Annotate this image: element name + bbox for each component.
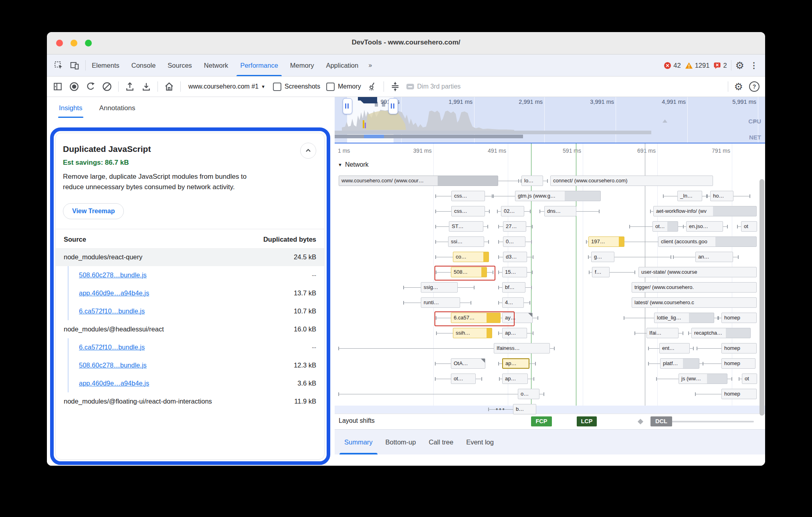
live-metrics-home-icon[interactable]	[164, 81, 174, 92]
save-profile-icon[interactable]	[141, 81, 151, 92]
network-request-bar[interactable]: 27…	[503, 221, 526, 232]
load-profile-icon[interactable]	[125, 81, 135, 92]
network-request-bar[interactable]: ap…	[502, 374, 528, 384]
record-icon[interactable]	[69, 81, 79, 92]
network-request-bar[interactable]: css…	[451, 206, 485, 216]
issues-badge[interactable]: 2	[713, 62, 727, 69]
network-request-bar[interactable]: homep	[721, 343, 757, 353]
network-request-bar[interactable]: 0…	[503, 236, 525, 247]
network-request-bar[interactable]: g…	[591, 252, 614, 262]
network-request-bar[interactable]: ST…	[449, 221, 483, 232]
tab-insights[interactable]: Insights	[59, 104, 83, 118]
network-request-bar[interactable]: dns…	[544, 206, 576, 216]
isolate-track-icon[interactable]	[390, 81, 400, 92]
network-request-bar[interactable]: homep	[721, 389, 757, 399]
network-request-bar[interactable]: recaptcha…	[691, 328, 751, 338]
network-request-bar[interactable]: ot…	[652, 221, 678, 232]
network-request-bar[interactable]: ot…	[451, 374, 476, 384]
table-row-script-link[interactable]: 6.ca572f10…bundle.js--	[68, 338, 317, 356]
network-request-bar[interactable]: aet-workflow-info/ (wv	[653, 206, 757, 216]
tab-annotations[interactable]: Annotations	[99, 104, 135, 118]
network-request-bar[interactable]: 02…	[501, 206, 524, 216]
history-select[interactable]: www.coursehero.com #1▼	[187, 83, 267, 90]
kebab-menu-icon[interactable]: ⋮	[748, 61, 759, 70]
lcp-marker-badge[interactable]: LCP	[577, 416, 597, 426]
network-request-bar[interactable]: client (accounts.goo	[658, 236, 757, 247]
network-request-bar[interactable]: connect/ (www.coursehero.com)	[550, 176, 713, 186]
dcl-marker-badge[interactable]: DCL	[650, 416, 672, 426]
settings-gear-icon[interactable]: ⚙	[735, 61, 744, 71]
table-row-script-link[interactable]: 6.ca572f10…bundle.js10.7 kB	[68, 302, 317, 320]
network-request-bar[interactable]: trigger/ (www.coursehero.	[632, 282, 757, 293]
network-request-bar[interactable]: _In…	[677, 191, 702, 201]
console-warnings-badge[interactable]: 1291	[685, 62, 710, 69]
overview-right-handle-icon[interactable]	[388, 98, 398, 114]
overview-left-handle-icon[interactable]	[343, 98, 352, 114]
table-row-script-link[interactable]: app.460d9e…a94b4e.js13.7 kB	[68, 284, 317, 302]
tab-performance[interactable]: Performance	[234, 55, 284, 76]
network-request-bar[interactable]: ssih…	[453, 328, 492, 338]
tab-elements[interactable]: Elements	[86, 55, 125, 76]
network-request-bar[interactable]: lo…	[521, 176, 543, 186]
record-and-reload-icon[interactable]	[85, 81, 96, 92]
memory-checkbox[interactable]: Memory	[326, 83, 361, 91]
view-treemap-button[interactable]: View Treemap	[63, 203, 124, 219]
network-request-bar[interactable]: homep	[721, 313, 757, 323]
collect-garbage-icon[interactable]	[367, 81, 378, 92]
network-request-bar[interactable]: www.coursehero.com/ (www.cour…	[339, 176, 498, 186]
network-request-bar[interactable]: ot	[742, 374, 757, 384]
network-request-bar[interactable]: 4…	[502, 297, 524, 308]
inspect-element-icon[interactable]	[53, 60, 64, 71]
network-request-bar[interactable]: js (ww…	[679, 374, 727, 384]
vertical-scrollbar[interactable]	[759, 179, 764, 416]
network-request-bar[interactable]: o…	[518, 389, 539, 399]
tab-console[interactable]: Console	[125, 55, 162, 76]
network-request-bar[interactable]: ssi…	[448, 236, 484, 247]
more-tabs-icon[interactable]: ››	[364, 55, 375, 76]
network-request-bar[interactable]: 15…	[502, 267, 527, 277]
network-request-bar[interactable]: latest/ (www.coursehero.c	[632, 297, 757, 308]
device-toolbar-icon[interactable]	[69, 60, 80, 71]
toggle-sidebar-icon[interactable]	[53, 81, 63, 92]
row-label[interactable]: 508.60c278…bundle.js	[79, 361, 147, 369]
network-request-bar[interactable]: an…	[695, 252, 733, 262]
network-request-bar[interactable]: runti…	[421, 297, 460, 308]
row-label[interactable]: app.460d9e…a94b4e.js	[79, 289, 149, 297]
tab-application[interactable]: Application	[320, 55, 364, 76]
clear-icon[interactable]	[102, 81, 112, 92]
network-request-bar[interactable]: 197…	[588, 236, 624, 247]
network-request-bar[interactable]: gtm.js (www.g…	[515, 191, 601, 201]
capture-settings-gear-icon[interactable]: ⚙	[734, 82, 743, 92]
help-icon[interactable]: ?	[749, 81, 759, 92]
network-request-bar[interactable]: css…	[451, 191, 485, 201]
network-request-bar[interactable]: platf…	[660, 358, 699, 369]
network-request-bar[interactable]: ho…	[710, 191, 733, 201]
table-row-script-link[interactable]: 508.60c278…bundle.js--	[68, 266, 317, 284]
dim-3rd-parties-toggle[interactable]: Dim 3rd parties	[406, 83, 461, 90]
network-request-bar[interactable]: co…	[453, 252, 489, 262]
collapse-insight-button[interactable]	[300, 143, 316, 159]
network-request-bar[interactable]: homep	[721, 358, 755, 369]
screenshots-checkbox[interactable]: Screenshots	[273, 83, 320, 91]
network-request-bar[interactable]: ssig…	[421, 282, 458, 293]
network-request-bar[interactable]: lottie_lig…	[654, 313, 714, 323]
row-label[interactable]: app.460d9e…a94b4e.js	[79, 380, 149, 387]
duplicated-javascript-insight-card[interactable]: Duplicated JavaScript Est savings: 86.7 …	[55, 133, 325, 460]
network-request-bar[interactable]: user-state/ (www.course	[638, 267, 757, 277]
tab-network[interactable]: Network	[198, 55, 234, 76]
network-request-bar[interactable]: en.jso…	[686, 221, 723, 232]
tab-sources[interactable]: Sources	[162, 55, 198, 76]
console-errors-badge[interactable]: 42	[664, 62, 681, 69]
fcp-marker-badge[interactable]: FCP	[531, 416, 552, 426]
network-request-bar[interactable]: ap…	[502, 358, 529, 369]
table-row-script-link[interactable]: 508.60c278…bundle.js12.3 kB	[68, 356, 317, 374]
tab-memory[interactable]: Memory	[284, 55, 320, 76]
row-label[interactable]: 508.60c278…bundle.js	[79, 271, 147, 279]
network-request-bar[interactable]: d3…	[503, 252, 527, 262]
network-request-bar[interactable]: f…	[592, 267, 610, 277]
network-request-bar[interactable]: Ifai…	[646, 328, 679, 338]
network-request-bar[interactable]: bf…	[502, 282, 525, 293]
network-request-bar[interactable]: ent…	[659, 343, 690, 353]
network-request-bar[interactable]: ot	[741, 221, 757, 232]
row-label[interactable]: 6.ca572f10…bundle.js	[79, 343, 145, 351]
